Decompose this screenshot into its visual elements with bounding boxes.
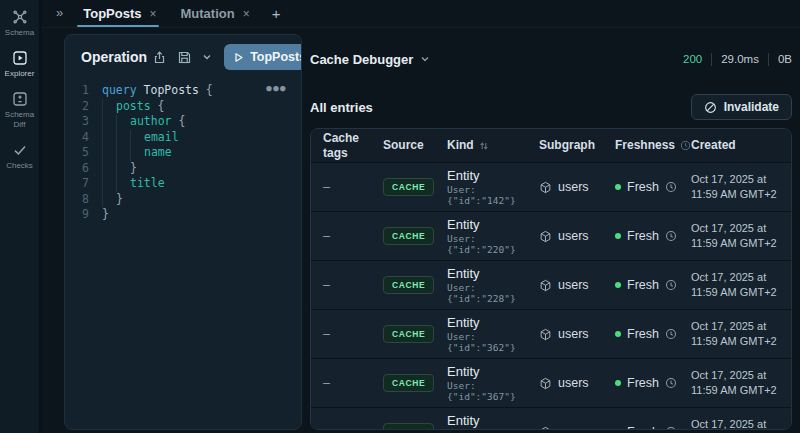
freshness-cell: Fresh (615, 175, 691, 199)
editor-line: 6 } (65, 161, 301, 177)
sidebar-label-schema: Schema (5, 28, 34, 37)
line-code: name (102, 145, 172, 161)
source-cell: CACHE (383, 271, 447, 299)
line-number: 4 (65, 130, 89, 146)
created-cell: Oct 17, 2025 at 11:59 AM GMT+2 (691, 363, 791, 404)
schema-graph-icon (12, 9, 28, 25)
sidebar-item-schema-diff[interactable]: Schema Diff (0, 91, 39, 128)
close-icon[interactable]: × (243, 7, 250, 21)
fresh-status-dot (615, 233, 621, 239)
cache-debugger-topbar: Cache Debugger 200 29.0ms 0B (310, 48, 792, 70)
line-code: title (102, 176, 165, 192)
sidebar-item-checks[interactable]: Checks (0, 142, 39, 170)
line-code: posts { (102, 99, 164, 115)
table-row[interactable]: – CACHE Entity User:{"id":"142"} users F… (311, 163, 791, 212)
sidebar-item-schema[interactable]: Schema (0, 9, 39, 37)
editor-line: 2 posts { (65, 99, 301, 115)
checkmark-icon (12, 142, 28, 158)
freshness-cell: Fresh (615, 322, 691, 346)
subgraph-cell: users (539, 322, 615, 346)
new-tab-button[interactable]: + (262, 5, 291, 22)
status-code: 200 (683, 53, 702, 65)
line-number: 1 (65, 83, 89, 99)
subgraph-cell: users (539, 273, 615, 297)
tab-topposts[interactable]: TopPosts × (71, 0, 168, 27)
table-row[interactable]: – CACHE Entity User:{"id":"362"} users F… (311, 310, 791, 359)
kind-cell: Entity User:{"id":"367"} (447, 359, 539, 407)
response-size: 0B (778, 53, 792, 65)
subgraph-cell: users (539, 224, 615, 248)
kind-cell: Entity User:{"id":"228"} (447, 261, 539, 309)
operation-title: Operation (81, 49, 147, 65)
all-entries-title: All entries (310, 100, 373, 115)
fresh-status-dot (615, 429, 621, 430)
kind-cell: Entity User:{"id":"142"} (447, 163, 539, 211)
line-number: 3 (65, 114, 89, 130)
created-cell: Oct 17, 2025 at 11:59 AM GMT+2 (691, 265, 791, 306)
icon-sidebar: Schema Explorer Schema Diff Checks (0, 0, 42, 433)
created-cell: Oct 17, 2025 at 11:59 AM GMT+2 (691, 314, 791, 355)
schema-diff-icon (12, 91, 28, 107)
line-number: 8 (65, 192, 89, 208)
fresh-status-dot (615, 282, 621, 288)
query-editor[interactable]: 1 query TopPosts { 2 posts { 3 author { … (65, 74, 301, 429)
table-body: – CACHE Entity User:{"id":"142"} users F… (311, 163, 791, 430)
editor-line: 5 name (65, 145, 301, 161)
line-number: 9 (65, 207, 89, 223)
source-cell: CACHE (383, 418, 447, 430)
chevron-down-icon[interactable] (197, 50, 217, 64)
sidebar-expand-icon[interactable]: » (54, 5, 71, 22)
source-cell: CACHE (383, 320, 447, 348)
clock-icon (665, 426, 677, 430)
sidebar-label-schema-diff: Schema Diff (0, 110, 39, 128)
table-row[interactable]: – CACHE Entity User:{"id":"228"} users F… (311, 261, 791, 310)
table-row[interactable]: – CACHE Entity User:{"id":"220"} users F… (311, 212, 791, 261)
line-number: 5 (65, 145, 89, 161)
close-icon[interactable]: × (150, 7, 157, 21)
package-cube-icon (539, 377, 552, 390)
share-icon[interactable] (147, 48, 172, 67)
editor-line: 8 } (65, 192, 301, 208)
column-kind[interactable]: Kind (447, 138, 539, 153)
editor-line: 4 email (65, 130, 301, 146)
freshness-cell: Fresh (615, 273, 691, 297)
save-icon[interactable] (172, 48, 197, 67)
column-source: Source (383, 138, 447, 153)
sidebar-label-explorer: Explorer (5, 69, 35, 78)
subgraph-cell: users (539, 175, 615, 199)
line-number: 2 (65, 99, 89, 115)
clock-icon (680, 140, 691, 151)
fresh-status-dot (615, 184, 621, 190)
package-cube-icon (539, 230, 552, 243)
table-row[interactable]: – CACHE Entity User:{"id":"416"} users F… (311, 408, 791, 430)
operation-panel: Operation (64, 34, 302, 430)
package-cube-icon (539, 328, 552, 341)
clock-icon (665, 328, 677, 340)
explorer-play-icon (12, 50, 28, 66)
invalidate-button[interactable]: Invalidate (691, 94, 792, 120)
clock-icon (665, 279, 677, 291)
cache-debugger-dropdown[interactable]: Cache Debugger (310, 52, 430, 67)
line-number: 6 (65, 161, 89, 177)
table-row[interactable]: – CACHE Entity User:{"id":"367"} users F… (311, 359, 791, 408)
editor-overflow-menu-icon[interactable]: ●●● (266, 83, 287, 93)
cache-tags-cell: – (323, 224, 383, 248)
cache-tags-cell: – (323, 322, 383, 346)
cache-tags-cell: – (323, 175, 383, 199)
table-header: Cache tags Source Kind Subgraph F (311, 129, 791, 163)
column-cache-tags: Cache tags (323, 131, 383, 161)
cache-source-badge: CACHE (383, 325, 434, 343)
sidebar-item-explorer[interactable]: Explorer (0, 50, 39, 78)
tab-mutation[interactable]: Mutation × (169, 0, 262, 27)
line-code: email (102, 130, 179, 146)
operation-header: Operation (65, 35, 301, 74)
editor-line: 7 title (65, 176, 301, 192)
response-stats: 200 29.0ms 0B (683, 53, 792, 66)
cache-tags-cell: – (323, 273, 383, 297)
run-operation-button[interactable]: TopPosts (224, 44, 302, 70)
cache-source-badge: CACHE (383, 276, 434, 294)
chevron-down-icon (420, 54, 430, 64)
cache-entries-table: Cache tags Source Kind Subgraph F (310, 128, 792, 430)
line-code: } (102, 192, 123, 208)
invalidate-label: Invalidate (724, 100, 779, 114)
